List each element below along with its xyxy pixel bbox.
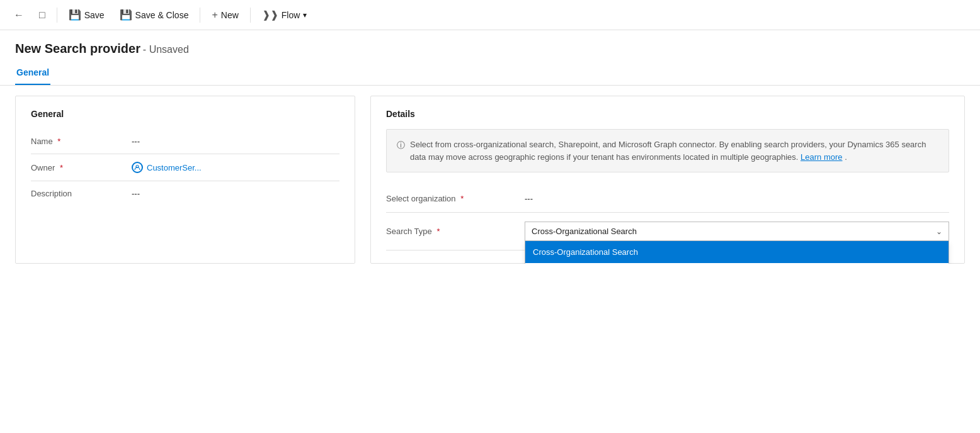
owner-required: * — [60, 163, 63, 172]
new-icon: + — [212, 9, 217, 21]
divider-3 — [250, 8, 251, 23]
name-value[interactable]: --- — [132, 137, 140, 146]
dropdown-menu: Cross-Organizational Search Sharepoint M… — [525, 241, 949, 264]
search-type-dropdown[interactable]: Cross-Organizational Search ⌄ Cross-Orga… — [525, 222, 949, 241]
description-row: Description --- — [31, 181, 339, 206]
popout-icon: □ — [39, 9, 45, 21]
description-value[interactable]: --- — [132, 189, 140, 198]
new-button[interactable]: + New — [205, 6, 244, 25]
tab-general[interactable]: General — [15, 61, 50, 85]
popout-button[interactable]: □ — [33, 6, 52, 25]
owner-row: Owner * CustomerSer... — [31, 154, 339, 181]
toolbar: ← □ 💾 Save 💾 Save & Close + New ❱❱ Flow … — [0, 0, 980, 30]
learn-more-link[interactable]: Learn more — [801, 152, 842, 162]
flow-icon: ❱❱ — [262, 9, 278, 21]
details-panel-title: Details — [386, 109, 949, 119]
save-button[interactable]: 💾 Save — [62, 5, 111, 25]
info-text: Select from cross-organizational search,… — [410, 138, 938, 163]
save-label: Save — [84, 10, 105, 20]
details-panel: Details ⓘ Select from cross-organization… — [370, 96, 965, 264]
select-org-row: Select organization * --- — [386, 185, 949, 213]
name-label: Name * — [31, 137, 132, 146]
save-close-label: Save & Close — [135, 10, 189, 20]
back-icon: ← — [14, 9, 24, 21]
general-panel-title: General — [31, 109, 339, 119]
flow-button[interactable]: ❱❱ Flow ▾ — [256, 5, 314, 25]
info-icon: ⓘ — [397, 139, 405, 163]
page-unsaved-label: - Unsaved — [143, 44, 189, 55]
back-button[interactable]: ← — [8, 6, 30, 25]
select-org-label: Select organization * — [386, 194, 525, 203]
dropdown-selected[interactable]: Cross-Organizational Search ⌄ — [525, 222, 949, 241]
search-type-row: Search Type * Cross-Organizational Searc… — [386, 213, 949, 250]
name-row: Name * --- — [31, 129, 339, 154]
chevron-down-icon: ⌄ — [936, 227, 942, 236]
search-type-label: Search Type * — [386, 227, 525, 236]
flow-dropdown-icon: ▾ — [303, 11, 307, 20]
owner-icon — [132, 162, 143, 173]
main-content: General Name * --- Owner * CustomerS — [0, 96, 980, 264]
name-required: * — [57, 137, 60, 146]
new-label: New — [221, 10, 239, 20]
search-type-required: * — [436, 227, 440, 236]
flow-label: Flow — [282, 10, 300, 20]
info-box: ⓘ Select from cross-organizational searc… — [386, 129, 949, 172]
tabs: General — [0, 61, 980, 86]
save-close-icon: 💾 — [120, 9, 132, 21]
dropdown-option-cross-org[interactable]: Cross-Organizational Search — [525, 241, 949, 263]
page-header: New Search provider - Unsaved — [0, 30, 980, 61]
save-close-button[interactable]: 💾 Save & Close — [113, 5, 195, 25]
description-label: Description — [31, 189, 132, 198]
general-panel: General Name * --- Owner * CustomerS — [15, 96, 355, 264]
owner-label: Owner * — [31, 163, 132, 172]
dropdown-option-sharepoint[interactable]: Sharepoint — [525, 263, 949, 264]
select-org-required: * — [460, 194, 464, 203]
select-org-value[interactable]: --- — [525, 194, 533, 203]
dropdown-selected-label: Cross-Organizational Search — [532, 227, 637, 236]
owner-name: CustomerSer... — [147, 163, 202, 172]
divider-1 — [57, 8, 57, 23]
save-icon: 💾 — [69, 9, 81, 21]
owner-value[interactable]: CustomerSer... — [132, 162, 202, 173]
divider-2 — [200, 8, 200, 23]
page-title: New Search provider — [15, 42, 140, 55]
